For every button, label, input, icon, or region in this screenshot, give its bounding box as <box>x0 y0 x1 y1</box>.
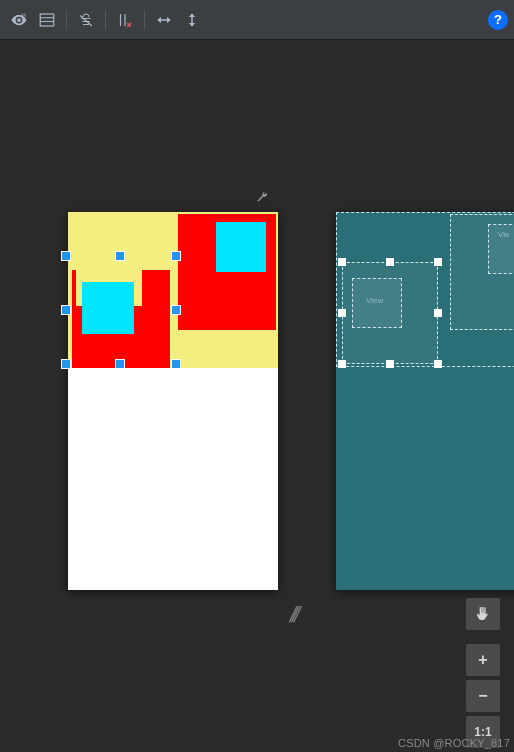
bp-label: Vie <box>498 230 509 239</box>
resize-handle[interactable] <box>434 360 442 368</box>
resize-handle[interactable] <box>172 360 180 368</box>
toggle-visibility-button[interactable] <box>6 7 32 33</box>
resize-handle[interactable] <box>338 360 346 368</box>
resize-handle[interactable] <box>434 258 442 266</box>
resize-handle[interactable] <box>172 252 180 260</box>
plus-glyph: + <box>478 651 487 669</box>
help-glyph: ? <box>494 12 502 27</box>
toggle-warnings-button[interactable] <box>73 7 99 33</box>
zoom-panel: + − 1:1 <box>466 644 500 752</box>
resize-handle[interactable] <box>172 306 180 314</box>
bug-off-icon <box>77 11 95 29</box>
hand-icon <box>475 606 491 622</box>
panels-icon <box>38 11 56 29</box>
resize-corner-icon[interactable]: /// <box>287 602 299 628</box>
pan-tool-panel <box>466 598 500 630</box>
resize-handle[interactable] <box>62 360 70 368</box>
resize-handle[interactable] <box>116 360 124 368</box>
remove-constraints-button[interactable] <box>112 7 138 33</box>
cyan-view-2[interactable] <box>216 222 266 272</box>
bp-label: View <box>366 296 383 305</box>
zoom-out-button[interactable]: − <box>466 680 500 712</box>
help-button[interactable]: ? <box>488 10 508 30</box>
svg-rect-0 <box>40 14 54 26</box>
design-canvas[interactable]: /// View Vie + − 1:1 CSDN @ROCKY_81 <box>0 40 514 752</box>
expand-horizontal-button[interactable] <box>151 7 177 33</box>
resize-handle[interactable] <box>62 252 70 260</box>
pan-button[interactable] <box>466 598 500 630</box>
toolbar: ? <box>0 0 514 40</box>
resize-handle[interactable] <box>62 306 70 314</box>
eye-icon <box>10 11 28 29</box>
watermark: CSDN @ROCKY_817 <box>398 737 510 749</box>
wrench-icon[interactable] <box>256 190 268 206</box>
resize-handle[interactable] <box>386 258 394 266</box>
constraints-remove-icon <box>116 11 134 29</box>
expand-vertical-button[interactable] <box>179 7 205 33</box>
resize-handle[interactable] <box>434 309 442 317</box>
separator <box>66 10 67 30</box>
resize-handle[interactable] <box>386 360 394 368</box>
separator <box>105 10 106 30</box>
resize-handle[interactable] <box>338 258 346 266</box>
device-preview-blueprint[interactable]: View Vie <box>336 212 514 590</box>
resize-handle[interactable] <box>116 252 124 260</box>
arrows-v-icon <box>183 11 201 29</box>
show-panels-button[interactable] <box>34 7 60 33</box>
zoom-in-button[interactable]: + <box>466 644 500 676</box>
arrows-h-icon <box>155 11 173 29</box>
resize-handle[interactable] <box>338 309 346 317</box>
separator <box>144 10 145 30</box>
minus-glyph: − <box>478 687 487 705</box>
